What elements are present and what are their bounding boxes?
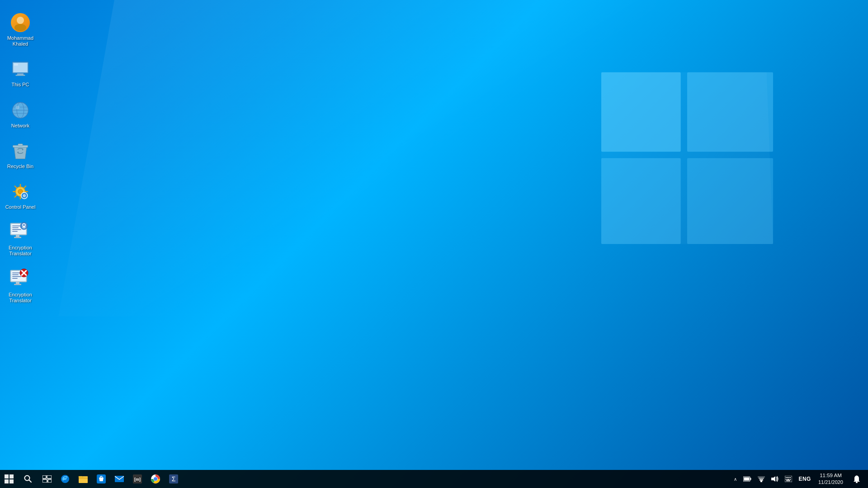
svg-rect-36 [12, 227, 19, 228]
user-profile-label: Mohammad Khaled [4, 35, 37, 47]
desktop-background [0, 0, 868, 470]
svg-rect-44 [24, 227, 24, 228]
network-icon [9, 99, 31, 121]
svg-point-74 [154, 478, 157, 481]
svg-rect-81 [760, 479, 763, 481]
language-indicator[interactable]: ENG [796, 470, 814, 488]
svg-rect-0 [601, 72, 681, 152]
this-pc-label: This PC [11, 82, 29, 88]
svg-line-61 [29, 480, 31, 482]
svg-rect-59 [9, 479, 14, 483]
desktop-icons-area: Mohammad Khaled This PC [0, 5, 41, 314]
desktop-icon-recycle-bin[interactable]: Recycle Bin [2, 137, 38, 172]
svg-rect-92 [790, 479, 791, 480]
encryption-translator-1-label: Encryption Translator [4, 245, 37, 257]
task-view-button[interactable] [38, 470, 56, 488]
desktop-icon-user[interactable]: Mohammad Khaled [2, 9, 38, 50]
svg-rect-87 [787, 477, 788, 478]
svg-rect-1 [687, 72, 773, 152]
battery-indicator[interactable] [741, 470, 754, 488]
svg-rect-20 [18, 144, 23, 145]
taskbar-left: [m] Σ [0, 470, 183, 488]
svg-rect-69 [115, 476, 124, 482]
svg-rect-50 [12, 278, 18, 279]
start-button[interactable] [0, 470, 18, 488]
svg-rect-40 [14, 237, 21, 238]
svg-point-5 [17, 17, 24, 24]
recycle-bin-icon [9, 140, 31, 162]
taskbar-pinned-apps: [m] Σ [56, 470, 183, 488]
svg-rect-79 [744, 478, 750, 481]
svg-line-29 [24, 186, 26, 188]
network-indicator[interactable] [755, 470, 768, 488]
svg-point-6 [14, 24, 26, 31]
taskbar: [m] Σ [0, 470, 868, 488]
svg-rect-3 [687, 158, 773, 244]
svg-rect-83 [758, 476, 765, 478]
keyboard-layout-indicator[interactable] [782, 470, 795, 488]
desktop-icon-encryption-translator-2[interactable]: Encryption Translator [2, 266, 38, 306]
svg-rect-51 [16, 282, 19, 284]
svg-rect-63 [47, 475, 52, 479]
svg-rect-38 [12, 231, 18, 232]
svg-rect-64 [42, 479, 47, 483]
svg-line-27 [15, 186, 17, 188]
taskbar-app-mt[interactable]: [m] [128, 470, 146, 488]
svg-marker-84 [771, 476, 775, 482]
svg-rect-11 [14, 64, 18, 66]
svg-rect-10 [16, 75, 25, 76]
svg-text:[m]: [m] [134, 477, 141, 482]
show-hidden-icons-button[interactable]: ∧ [731, 470, 740, 488]
desktop-icon-this-pc[interactable]: This PC [2, 56, 38, 90]
taskbar-app-store[interactable] [92, 470, 110, 488]
svg-rect-90 [786, 479, 787, 480]
svg-rect-39 [16, 235, 19, 237]
svg-marker-4 [601, 72, 773, 244]
svg-rect-47 [12, 272, 20, 273]
svg-rect-56 [5, 474, 9, 479]
this-pc-icon [9, 58, 31, 80]
encryption-translator-2-icon [9, 268, 31, 290]
volume-indicator[interactable] [769, 470, 781, 488]
taskbar-app-mail[interactable] [110, 470, 128, 488]
desktop-icon-network[interactable]: Network [2, 97, 38, 131]
taskbar-app-sigma[interactable]: Σ [165, 470, 183, 488]
svg-rect-86 [786, 477, 787, 478]
svg-rect-49 [12, 276, 21, 277]
svg-rect-2 [601, 158, 681, 244]
svg-line-30 [15, 195, 17, 197]
svg-text:Σ: Σ [172, 475, 176, 483]
svg-rect-37 [12, 229, 21, 230]
search-button[interactable] [18, 470, 38, 488]
control-panel-icon: ⚙ [9, 181, 31, 202]
svg-rect-93 [786, 480, 790, 481]
taskbar-app-explorer[interactable] [74, 470, 92, 488]
taskbar-app-chrome[interactable] [146, 470, 165, 488]
network-label: Network [11, 123, 29, 129]
system-date: 11/21/2020 [818, 479, 843, 485]
windows-logo [601, 72, 773, 244]
taskbar-app-edge[interactable] [56, 470, 74, 488]
notifications-button[interactable] [848, 470, 866, 488]
svg-rect-48 [12, 274, 19, 275]
svg-rect-91 [787, 479, 789, 480]
svg-rect-89 [790, 477, 791, 478]
desktop-icon-control-panel[interactable]: ⚙ Control Panel [2, 178, 38, 213]
encryption-translator-2-label: Encryption Translator [4, 292, 37, 304]
svg-rect-52 [14, 284, 21, 285]
svg-rect-65 [48, 479, 52, 483]
control-panel-label: Control Panel [5, 204, 36, 210]
svg-rect-88 [788, 477, 789, 478]
svg-point-94 [856, 482, 858, 483]
svg-rect-35 [12, 225, 20, 226]
recycle-bin-label: Recycle Bin [7, 164, 33, 169]
svg-rect-78 [750, 478, 751, 480]
user-avatar-icon [9, 12, 31, 33]
system-clock[interactable]: 11:59 AM 11/21/2020 [815, 470, 847, 488]
svg-rect-62 [42, 475, 46, 479]
desktop-icon-encryption-translator-1[interactable]: Encryption Translator [2, 219, 38, 259]
system-time: 11:59 AM [820, 472, 842, 479]
encryption-translator-1-icon [9, 221, 31, 243]
svg-rect-58 [5, 479, 9, 483]
taskbar-system-tray: ∧ [731, 470, 868, 488]
